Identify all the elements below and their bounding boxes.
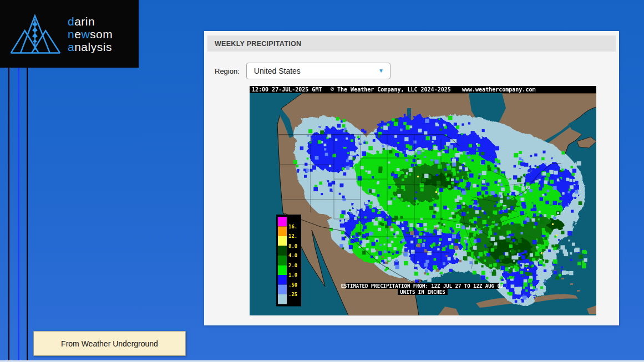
- wheat-icon: [32, 21, 38, 43]
- page: { "logo": { "seg_d": "d", "seg_arin": "a…: [0, 0, 644, 362]
- region-select-value: United States: [254, 67, 301, 75]
- weather-underground-button-label: From Weather Underground: [61, 339, 158, 348]
- svg-text:2.0: 2.0: [288, 263, 297, 268]
- weather-underground-button[interactable]: From Weather Underground: [33, 331, 186, 356]
- map-title-bar: 12:00 27-JUL-2025 GMT © The Weather Comp…: [250, 86, 596, 93]
- caption-line2: UNITS IN INCHES: [400, 289, 445, 295]
- region-row: Region: United States ▼: [215, 63, 619, 79]
- svg-text:1.0: 1.0: [288, 272, 297, 278]
- svg-text:8.0: 8.0: [288, 243, 297, 249]
- panel-title: WEEKLY PRECIPITATION: [215, 40, 301, 48]
- panel-header: WEEKLY PRECIPITATION: [207, 35, 616, 52]
- dropdown-arrow-icon: ▼: [378, 68, 384, 74]
- precipitation-map: 16.12.8.04.02.01.0.50.25 12:00 27-JUL-20…: [250, 86, 596, 315]
- caption-line1: ESTIMATED PRECIPITATION FROM: 12Z JUL 27…: [341, 283, 504, 289]
- weekly-precipitation-panel: WEEKLY PRECIPITATION Region: United Stat…: [204, 31, 619, 325]
- svg-text:12.: 12.: [288, 233, 297, 239]
- region-label: Region:: [215, 67, 240, 75]
- svg-text:.25: .25: [288, 292, 297, 297]
- svg-text:4.0: 4.0: [288, 253, 297, 258]
- map-url: www.weathercompany.com: [462, 86, 535, 93]
- dna-logo: darin newsom analysis: [0, 0, 139, 68]
- region-select[interactable]: United States ▼: [246, 63, 391, 79]
- svg-text:16.: 16.: [288, 224, 297, 230]
- map-copyright: © The Weather Company, LLC 2024-2025: [331, 86, 451, 93]
- map-timestamp: 12:00 27-JUL-2025 GMT: [252, 86, 322, 93]
- logo-mountains-icon: [7, 10, 62, 58]
- logo-text: darin newsom analysis: [68, 15, 113, 53]
- precipitation-map-image: 16.12.8.04.02.01.0.50.25 12:00 27-JUL-20…: [250, 86, 596, 315]
- map-legend: 16.12.8.04.02.01.0.50.25: [276, 215, 301, 307]
- svg-text:.50: .50: [288, 282, 297, 288]
